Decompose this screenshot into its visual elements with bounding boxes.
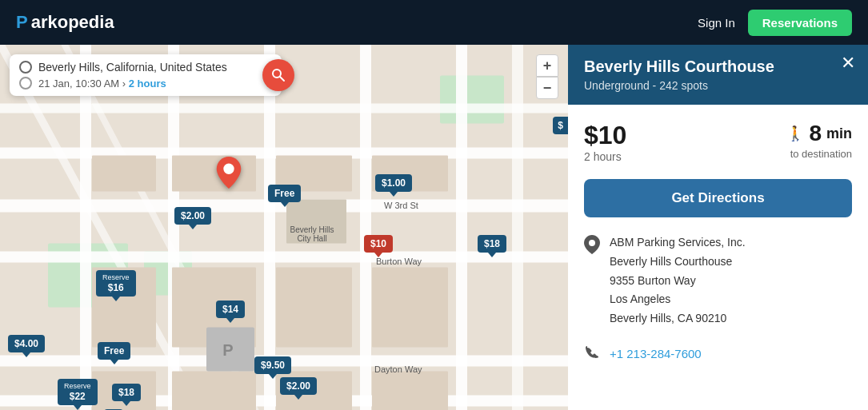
zoom-controls: + − [536, 54, 558, 99]
marker-free-2[interactable]: Free [98, 342, 130, 360]
search-location-row: Beverly Hills, California, United States [19, 61, 272, 74]
address-text: ABM Parking Services, Inc. Beverly Hills… [610, 233, 746, 328]
reserve-marker-16[interactable]: Reserve $16 [96, 270, 136, 297]
close-button[interactable]: ✕ [841, 54, 855, 72]
price-info: $10 2 hours [584, 121, 626, 163]
marker-2-00-2[interactable]: $2.00 [280, 377, 317, 395]
svg-text:P: P [222, 341, 233, 359]
svg-rect-12 [264, 45, 275, 410]
reserve-price-1: $16 [108, 282, 124, 293]
get-directions-button[interactable]: Get Directions [584, 179, 852, 217]
marker-9-50[interactable]: $9.50 [254, 356, 291, 374]
search-duration: 2 hours [129, 78, 166, 90]
walk-unit: min [826, 125, 852, 142]
detail-panel: Beverly Hills Courthouse Underground - 2… [568, 45, 868, 410]
svg-rect-13 [360, 45, 371, 410]
walk-icon: 🚶 [786, 125, 804, 142]
logo: Parkopedia [16, 12, 114, 33]
svg-rect-25 [372, 268, 448, 348]
marker-1-00[interactable]: $1.00 [375, 174, 412, 192]
svg-rect-32 [286, 200, 346, 244]
search-overlay: Beverly Hills, California, United States… [10, 54, 282, 96]
logo-p-icon: P [16, 12, 28, 33]
price-duration: 2 hours [584, 150, 626, 163]
price-section: $10 2 hours 🚶 8 min to destination [584, 121, 852, 163]
address-section: ABM Parking Services, Inc. Beverly Hills… [584, 233, 852, 328]
walk-time-row: 🚶 8 min [786, 121, 852, 146]
map-area[interactable]: P Beverly Hills, California, United Stat… [0, 45, 568, 410]
svg-rect-27 [172, 372, 256, 411]
panel-header: Beverly Hills Courthouse Underground - 2… [568, 45, 868, 105]
walk-label: to destination [790, 148, 852, 160]
reserve-label-1: Reserve [102, 273, 130, 282]
clock-icon [19, 77, 32, 90]
marker-18-2[interactable]: $18 [112, 384, 141, 401]
selected-location-pin [216, 157, 242, 192]
sign-in-button[interactable]: Sign In [698, 16, 735, 30]
marker-2-00-1[interactable]: $2.00 [174, 207, 211, 225]
location-circle-icon [19, 61, 32, 74]
svg-rect-14 [456, 45, 467, 410]
search-icon [271, 68, 286, 82]
svg-rect-23 [276, 268, 352, 348]
reservations-button[interactable]: Reservations [748, 10, 852, 36]
panel-title: Beverly Hills Courthouse [584, 58, 852, 76]
price-amount: $10 [584, 121, 626, 150]
phone-section: +1 213-284-7600 [584, 344, 852, 364]
svg-point-35 [223, 164, 234, 174]
panel-content: $10 2 hours 🚶 8 min to destination Get D… [568, 105, 868, 410]
svg-rect-15 [512, 45, 523, 410]
reserve-marker-22-1[interactable]: Reserve $22 [58, 379, 98, 405]
phone-link[interactable]: +1 213-284-7600 [610, 347, 702, 360]
zoom-in-button[interactable]: + [536, 54, 558, 77]
edge-price-marker[interactable]: $ [553, 117, 568, 134]
svg-rect-18 [92, 156, 156, 192]
search-location-text: Beverly Hills, California, United States [38, 61, 227, 74]
marker-4-00[interactable]: $4.00 [8, 335, 45, 352]
search-time-text: 21 Jan, 10:30 AM › 2 hours [38, 78, 166, 90]
address-pin-icon [584, 235, 600, 328]
marker-14[interactable]: $14 [216, 301, 245, 318]
svg-rect-19 [172, 156, 256, 192]
svg-line-34 [280, 77, 284, 81]
header-right: Sign In Reservations [698, 10, 852, 36]
svg-point-36 [589, 240, 595, 246]
walk-info: 🚶 8 min to destination [786, 121, 852, 160]
map-background: P [0, 45, 568, 410]
reserve-price-2: $22 [70, 391, 86, 402]
main-content: P Beverly Hills, California, United Stat… [0, 45, 868, 410]
reserve-label-2: Reserve [64, 382, 91, 391]
svg-rect-2 [440, 76, 504, 124]
panel-subtitle: Underground - 242 spots [584, 79, 852, 92]
phone-icon [584, 344, 600, 364]
walk-time: 8 [809, 121, 822, 146]
zoom-out-button[interactable]: − [536, 77, 558, 99]
search-button[interactable] [262, 59, 294, 91]
header: Parkopedia Sign In Reservations [0, 0, 868, 45]
marker-free-1[interactable]: Free [268, 185, 301, 202]
search-time-row: 21 Jan, 10:30 AM › 2 hours [19, 77, 272, 90]
marker-18-1[interactable]: $18 [478, 235, 506, 253]
svg-rect-29 [372, 372, 448, 411]
marker-10-selected[interactable]: $10 [364, 235, 393, 253]
svg-rect-10 [80, 45, 91, 410]
